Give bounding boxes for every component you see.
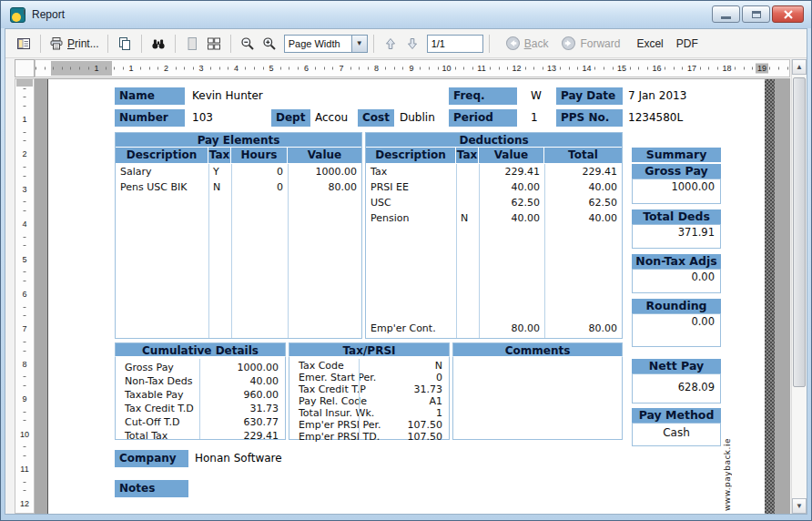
zoom-in-button[interactable] [259, 33, 280, 55]
single-page-view-button[interactable] [181, 33, 203, 55]
excel-label: Excel [636, 37, 663, 50]
cumulative-details-title: Cumulative Details [115, 342, 286, 357]
column-header: Hours [231, 148, 288, 163]
h-ruler-margin-number: 1 [92, 64, 100, 74]
non-tax-adjs-value: 0.00 [632, 269, 721, 293]
freq-field-label: Freq. [449, 87, 517, 105]
toc-button[interactable] [13, 33, 35, 55]
paydate-field-label: Pay Date [556, 87, 623, 105]
maximize-icon [752, 11, 761, 18]
employer-contribution-row: Emp'er Cont. 80.00 80.00 [366, 321, 622, 336]
cost-field-label: Cost [358, 109, 394, 127]
tax-prsi-row: Pay Rel. CodeA1 [289, 395, 449, 407]
print-button[interactable]: Print... [46, 33, 102, 55]
zoom-out-button[interactable] [237, 33, 259, 55]
chevron-down-icon[interactable]: ▼ [351, 36, 367, 52]
dept-field-value: Accou [315, 109, 348, 127]
column-header: Value [479, 148, 544, 163]
notes-label: Notes [115, 480, 188, 497]
cost-field-value: Dublin [400, 109, 435, 127]
scrollbar-thumb[interactable] [793, 77, 806, 387]
tax-prsi-box: Tax/PRSI Tax CodeN Emer. Start Per.0 Tax… [289, 342, 450, 440]
cumulative-row: Gross Pay1000.00 [116, 361, 285, 374]
back-icon [505, 36, 521, 51]
page-indicator-input[interactable] [427, 35, 483, 53]
gross-pay-label: Gross Pay [632, 164, 721, 179]
table-row: Pens USC BIK N 0 80.00 [116, 179, 361, 195]
table-row: USC 62.50 62.50 [366, 195, 622, 210]
tax-prsi-row: Emp'er PRSI Per.107.50 [289, 419, 449, 431]
scroll-up-button[interactable]: ▲ [792, 59, 807, 75]
minimize-icon [721, 16, 731, 19]
print-label: Print... [67, 37, 99, 50]
forward-button[interactable]: Forward [558, 33, 623, 55]
v-ruler: 123456789101112 [15, 78, 35, 514]
window-title: Report [32, 8, 65, 21]
zoom-mode-value: Page Width [285, 38, 351, 49]
previous-page-button[interactable] [380, 33, 401, 55]
close-button[interactable] [772, 5, 804, 23]
zoom-mode-select[interactable]: Page Width ▼ [284, 35, 368, 53]
rounding-label: Rounding [632, 299, 721, 313]
page-up-icon [383, 36, 398, 51]
minimize-button[interactable] [712, 5, 740, 23]
freq-field-value: W [531, 87, 542, 105]
titlebar: Report [1, 1, 811, 28]
pdf-label: PDF [676, 37, 698, 50]
pay-elements-table: Pay Elements Description Tax Hours Value [115, 132, 362, 339]
table-row: PRSI EE 40.00 40.00 [366, 179, 622, 195]
pps-field-label: PPS No. [556, 109, 623, 127]
pay-elements-title: Pay Elements [116, 133, 361, 148]
nett-pay-value: 628.09 [632, 373, 721, 404]
toolbar: Print... Pag [5, 29, 807, 58]
back-label: Back [524, 37, 549, 50]
company-label: Company [115, 450, 188, 467]
total-deds-label: Total Deds [632, 209, 721, 224]
total-deds-value: 371.91 [632, 224, 721, 249]
pay-method-value: Cash [632, 423, 721, 446]
find-button[interactable] [147, 33, 169, 55]
table-row: Tax 229.41 229.41 [366, 164, 622, 179]
period-field-label: Period [449, 109, 517, 127]
comments-box: Comments [452, 342, 623, 440]
tax-prsi-row: Tax Credit T.P31.73 [289, 383, 449, 395]
page-down-icon [405, 36, 420, 51]
column-header: Description [116, 148, 208, 163]
printer-icon [49, 36, 64, 51]
cumulative-row: Non-Tax Deds40.00 [116, 374, 285, 388]
tax-prsi-row: Emer. Start Per.0 [289, 372, 449, 383]
zoom-out-icon [240, 36, 255, 51]
report-window: Report Print... [0, 0, 812, 521]
document-viewer[interactable]: Name Kevin Hunter Freq. W Pay Date 7 Jan… [35, 78, 790, 514]
pdf-export-button[interactable]: PDF [670, 33, 701, 55]
tax-prsi-row: Tax CodeN [289, 360, 449, 372]
vertical-scrollbar[interactable]: ▲ ▼ [791, 59, 807, 514]
excel-export-button[interactable]: Excel [630, 33, 665, 55]
payback-watermark: www.payback.ie [723, 418, 732, 511]
ruler-corner [15, 59, 35, 77]
rounding-value: 0.00 [632, 313, 721, 347]
paydate-field-value: 7 Jan 2013 [628, 87, 686, 105]
summary-title: Summary [632, 148, 721, 162]
tax-prsi-row: Emp'er PRSI TD.107.50 [289, 431, 449, 443]
number-field-value: 103 [192, 109, 213, 127]
nett-pay-label: Nett Pay [632, 359, 721, 373]
scroll-down-button[interactable]: ▼ [792, 498, 807, 514]
column-header: Tax [208, 148, 231, 163]
dept-field-label: Dept [271, 109, 310, 127]
period-field-value: 1 [531, 109, 538, 127]
viewer-body: Print... Pag [5, 28, 807, 515]
table-row: Salary Y 0 1000.00 [116, 164, 361, 179]
copy-button[interactable] [114, 33, 136, 55]
copy-icon [117, 36, 132, 51]
maximize-button[interactable] [742, 5, 770, 23]
deductions-table: Deductions Description Tax Value Total [365, 132, 623, 339]
next-page-button[interactable] [401, 33, 423, 55]
single-page-icon [185, 36, 199, 51]
multi-page-view-button[interactable] [203, 33, 225, 55]
gross-pay-value: 1000.00 [632, 179, 721, 204]
comments-title: Comments [452, 342, 623, 357]
cumulative-row: Total Tax229.41 [116, 429, 285, 443]
back-button[interactable]: Back [502, 33, 552, 55]
zoom-in-icon [262, 36, 277, 51]
